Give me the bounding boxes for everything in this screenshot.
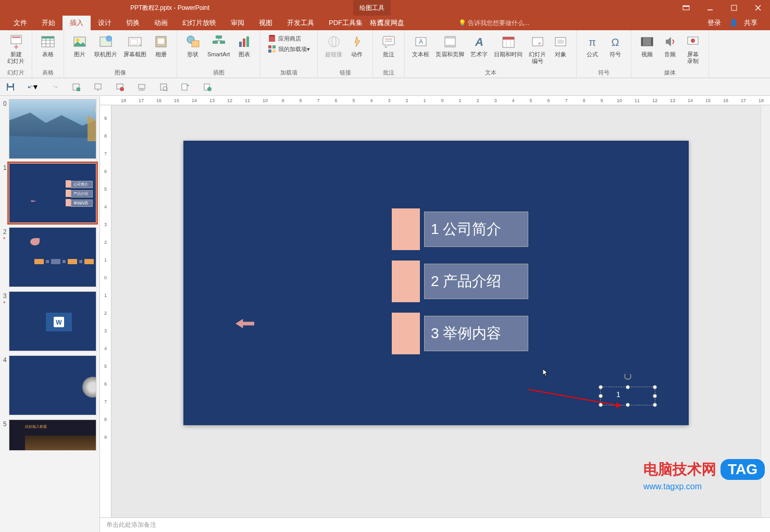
slide-thumb-1: 1 公司简介 产品介绍 举例内容 [3,163,96,223]
svg-rect-29 [239,42,242,47]
document-title: PPT教程2.pptx - PowerPoint [130,4,209,13]
tell-me-search[interactable]: 💡 告诉我您想要做什么... [458,19,529,28]
svg-point-17 [106,35,112,42]
store-button[interactable]: 应用商店 [267,33,311,44]
svg-rect-65 [8,88,13,91]
svg-rect-31 [246,36,249,47]
arrow-shape[interactable] [235,319,254,328]
qat-icon-5[interactable] [158,82,169,92]
group-media: 视频 音频 屏幕录制 媒体 [631,30,709,78]
thumbnail[interactable] [9,355,96,415]
tab-home[interactable]: 开始 [34,16,63,30]
thumbnail[interactable] [9,99,96,159]
group-text: A文本框 页眉和页脚 A艺术字 日期和时间 #幻灯片编号 对象 文本 [405,30,577,78]
ribbon-tabs: 文件 开始 插入 设计 切换 动画 幻灯片放映 审阅 视图 开发工具 PDF工具… [0,16,770,30]
content-item-1[interactable]: 1 公司简介 [392,208,528,250]
login-link[interactable]: 登录 [703,18,725,28]
picture-button[interactable]: 图片 [68,32,91,59]
thumbnail[interactable]: 公司简介 产品介绍 举例内容 [9,163,96,223]
undo-icon[interactable]: ▾ [27,82,38,92]
wordart-button[interactable]: A艺术字 [467,32,491,59]
smartart-button[interactable]: SmartArt [204,32,233,59]
maximize-button[interactable] [722,0,746,16]
video-button[interactable]: 视频 [636,32,659,59]
qat-icon-4[interactable] [136,82,147,92]
ribbon: 新建幻灯片 幻灯片 表格 表格 图片 联机图片 屏幕截图 相册 图像 形状 Sm… [0,30,770,78]
myaddins-button[interactable]: 我的加载项 ▾ [267,44,311,54]
tab-design[interactable]: 设计 [91,16,119,30]
canvas-scroll[interactable]: 1 公司简介 2 产品介绍 3 举例内容 [111,105,761,517]
slidenumber-button[interactable]: #幻灯片编号 [526,32,549,66]
tab-file[interactable]: 文件 [6,16,34,30]
close-button[interactable] [746,0,770,16]
vertical-ruler[interactable]: 9876543210123456789 [100,105,111,517]
thumbnail[interactable]: 此处输入标题 [9,419,96,451]
svg-rect-55 [557,40,564,44]
chart-button[interactable]: 图表 [233,32,256,59]
horizontal-ruler[interactable]: 1817161514131211109876543210123456789101… [100,96,770,105]
vertical-scrollbar[interactable] [761,105,770,517]
screenrec-button[interactable]: 屏幕录制 [681,32,704,66]
shapes-button[interactable]: 形状 [181,32,204,59]
screenshot-button[interactable]: 屏幕截图 [120,32,150,59]
album-button[interactable]: 相册 [150,32,172,59]
svg-line-74 [167,90,168,91]
datetime-button[interactable]: 日期和时间 [491,32,526,59]
svg-rect-71 [139,84,145,89]
tab-review[interactable]: 审阅 [223,16,252,30]
comment-button[interactable]: 批注 [377,32,400,59]
group-images: 图片 联机图片 屏幕截图 相册 图像 [64,30,177,78]
svg-point-70 [120,87,124,91]
svg-point-77 [207,87,212,91]
svg-text:W: W [56,319,63,326]
share-button[interactable]: 👤 共享 [725,18,766,28]
qat-icon-3[interactable] [115,82,125,92]
selected-textbox[interactable]: 1 [600,387,655,405]
svg-rect-45 [445,36,455,39]
thumbnail[interactable]: W [9,291,96,351]
table-button[interactable]: 表格 [36,32,59,59]
svg-rect-46 [445,45,455,47]
tab-format[interactable]: 格式 [363,16,391,30]
symbol-button[interactable]: Ω符号 [604,32,627,59]
action-button[interactable]: 动作 [345,32,368,59]
rotate-handle-icon[interactable] [624,373,631,380]
tab-developer[interactable]: 开发工具 [280,16,321,30]
tab-transition[interactable]: 切换 [119,16,147,30]
new-slide-button[interactable]: 新建幻灯片 [4,32,28,66]
group-comments: 批注 批注 [373,30,405,78]
object-button[interactable]: 对象 [549,32,572,59]
svg-rect-21 [158,39,164,44]
save-icon[interactable] [5,82,16,92]
notes-pane[interactable]: 单击此处添加备注 [100,517,770,532]
content-item-2[interactable]: 2 产品介绍 [392,261,528,302]
slide-canvas[interactable]: 1 公司简介 2 产品介绍 3 举例内容 [183,141,689,425]
qat-icon-7[interactable] [202,82,213,92]
content-item-3[interactable]: 3 举例内容 [392,313,528,354]
svg-rect-18 [129,38,141,46]
tab-insert[interactable]: 插入 [63,16,91,30]
header-footer-button[interactable]: 页眉和页脚 [432,32,467,59]
qat-icon-2[interactable] [93,82,103,92]
tab-slideshow[interactable]: 幻灯片放映 [175,16,223,30]
online-picture-button[interactable]: 联机图片 [91,32,120,59]
ribbon-options-icon[interactable] [674,0,698,16]
minimize-button[interactable] [698,0,722,16]
tab-animation[interactable]: 动画 [147,16,175,30]
cursor-icon [543,369,549,377]
svg-rect-64 [8,83,13,86]
svg-rect-7 [12,36,20,38]
svg-rect-13 [42,36,54,39]
slide-thumb-5: 5 此处输入标题 [3,419,96,451]
qat-icon-1[interactable] [71,82,81,92]
svg-rect-25 [213,41,218,44]
svg-rect-75 [182,84,187,90]
qat-icon-6[interactable] [180,82,191,92]
redo-icon[interactable] [49,82,59,92]
tab-view[interactable]: 视图 [252,16,280,30]
thumbnail[interactable] [9,227,96,287]
textbox-button[interactable]: A文本框 [409,32,432,59]
audio-button[interactable]: 音频 [659,32,681,59]
slides-panel[interactable]: 0 1 公司简介 产品介绍 举例内容 2* [0,96,100,532]
equation-button[interactable]: π公式 [581,32,604,59]
